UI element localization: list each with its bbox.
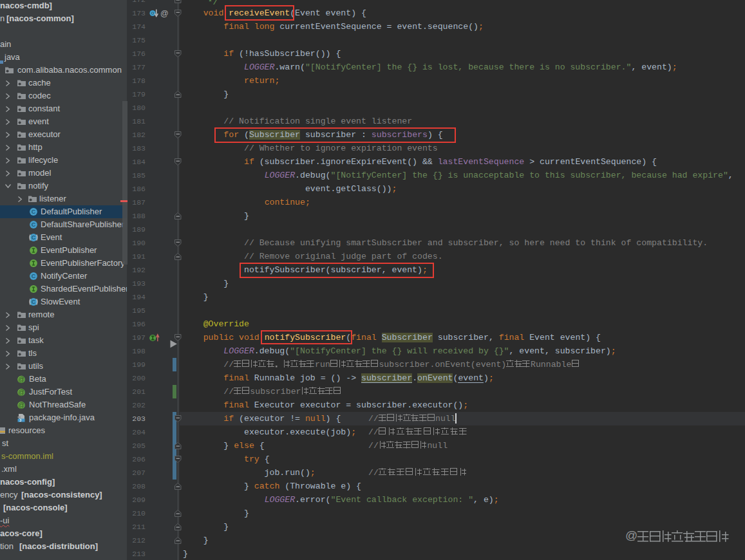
svg-text:@: @: [160, 9, 169, 18]
svg-text:C: C: [32, 299, 36, 305]
svg-text:C: C: [32, 273, 36, 279]
svg-text:@: @: [18, 376, 24, 383]
svg-text:@: @: [18, 389, 24, 396]
svg-text:@: @: [18, 402, 24, 409]
svg-text:C: C: [32, 209, 36, 215]
svg-text:C: C: [32, 234, 36, 241]
svg-text:C: C: [32, 221, 36, 228]
svg-text:J: J: [19, 418, 21, 422]
